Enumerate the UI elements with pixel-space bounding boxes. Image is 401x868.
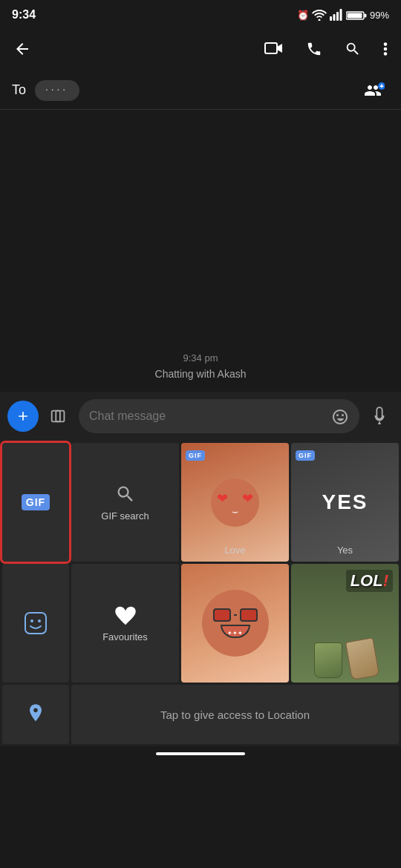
svg-rect-4 bbox=[339, 9, 342, 21]
video-call-button[interactable] bbox=[260, 36, 288, 62]
emoji-button[interactable] bbox=[331, 407, 349, 426]
cup1 bbox=[314, 642, 342, 678]
sunglasses bbox=[213, 608, 258, 622]
add-contact-button[interactable] bbox=[359, 77, 389, 104]
love-gif-badge: GIF bbox=[186, 447, 205, 461]
to-recipient[interactable]: · · · · bbox=[35, 80, 79, 101]
signal-icon bbox=[330, 9, 343, 22]
location-row: Tap to give access to Location bbox=[0, 685, 401, 746]
yes-gif-preview: GIF YES bbox=[291, 443, 399, 562]
svg-point-9 bbox=[384, 42, 388, 46]
gif-tab[interactable]: GIF bbox=[2, 443, 69, 562]
lol-badge: LOL! bbox=[346, 570, 393, 592]
sticker-icon bbox=[24, 611, 48, 635]
location-text: Tap to give access to Location bbox=[160, 708, 310, 721]
yes-label: Yes bbox=[337, 545, 353, 556]
face-gif-preview: ✦✦✦ bbox=[181, 564, 289, 683]
status-bar: 9:34 ⏰ 99% bbox=[0, 0, 401, 27]
svg-rect-7 bbox=[364, 13, 366, 17]
mic-button[interactable] bbox=[365, 402, 394, 430]
lol-text: LOL bbox=[351, 571, 383, 590]
gif-search-label: GIF search bbox=[101, 510, 149, 522]
chat-area: 9:34 pm Chatting with Akash bbox=[0, 110, 401, 392]
yes-gif-badge: GIF bbox=[296, 447, 315, 461]
message-bar bbox=[0, 392, 401, 441]
gif-sidebar: GIF bbox=[2, 443, 69, 683]
cups-area bbox=[291, 640, 399, 683]
attachment-button[interactable] bbox=[45, 402, 73, 430]
gif-search-cell[interactable]: GIF search bbox=[71, 443, 179, 562]
face-preview: ✦✦✦ bbox=[202, 590, 269, 657]
lol-exclaim: ! bbox=[383, 571, 388, 590]
location-icon bbox=[25, 703, 46, 726]
svg-rect-3 bbox=[336, 12, 339, 21]
svg-rect-8 bbox=[265, 43, 277, 53]
gif-lol-cell[interactable]: LOL! bbox=[291, 564, 399, 683]
to-field: To · · · · bbox=[0, 71, 401, 110]
to-label: To bbox=[12, 82, 26, 98]
gif-panel: GIF GIF search bbox=[0, 441, 401, 746]
bottom-indicator bbox=[156, 752, 245, 755]
svg-rect-2 bbox=[333, 14, 335, 21]
svg-rect-6 bbox=[347, 13, 362, 18]
svg-point-19 bbox=[30, 619, 33, 622]
message-input[interactable] bbox=[89, 410, 327, 423]
lol-gif-preview: LOL! bbox=[291, 564, 399, 683]
action-bar bbox=[0, 27, 401, 71]
love-face: ❤ ❤ ⌣ bbox=[211, 479, 259, 527]
gif-love-cell[interactable]: ❤ ❤ ⌣ GIF Love bbox=[181, 443, 289, 562]
search-icon bbox=[115, 484, 136, 504]
svg-point-11 bbox=[384, 52, 388, 56]
message-input-wrap bbox=[79, 399, 359, 433]
battery-percent: 99% bbox=[370, 10, 389, 21]
wifi-icon bbox=[312, 9, 327, 22]
love-gif-preview: ❤ ❤ ⌣ GIF bbox=[181, 443, 289, 562]
bottom-nav bbox=[0, 746, 401, 761]
yes-text: YES bbox=[322, 490, 368, 514]
chat-timestamp: 9:34 pm bbox=[183, 352, 218, 364]
svg-point-10 bbox=[384, 47, 388, 51]
gif-grid: GIF GIF search bbox=[0, 441, 401, 685]
battery-icon bbox=[346, 9, 367, 21]
gif-yes-cell[interactable]: GIF YES Yes bbox=[291, 443, 399, 562]
sticker-tab[interactable] bbox=[2, 564, 69, 683]
to-left: To · · · · bbox=[12, 80, 79, 101]
recipient-value: · · · · bbox=[45, 83, 65, 95]
svg-point-20 bbox=[38, 619, 41, 622]
gif-face-cell[interactable]: ✦✦✦ bbox=[181, 564, 289, 683]
love-label: Love bbox=[224, 545, 245, 556]
gif-badge-yes: GIF bbox=[296, 450, 315, 461]
phone-button[interactable] bbox=[301, 36, 327, 62]
add-button[interactable] bbox=[7, 401, 39, 432]
alarm-icon: ⏰ bbox=[297, 10, 309, 21]
cup2 bbox=[345, 637, 379, 680]
more-button[interactable] bbox=[379, 36, 392, 62]
svg-rect-18 bbox=[25, 613, 46, 634]
face-circle: ✦✦✦ bbox=[202, 590, 269, 657]
gif-icon: GIF bbox=[22, 494, 50, 510]
svg-point-0 bbox=[318, 19, 320, 22]
gif-badge-love: GIF bbox=[186, 450, 205, 461]
chat-info: Chatting with Akash bbox=[155, 368, 247, 380]
favourites-label: Favourites bbox=[102, 631, 148, 642]
heart-icon bbox=[114, 605, 137, 625]
status-time: 9:34 bbox=[12, 8, 36, 22]
gif-favourites-cell[interactable]: Favourites bbox=[71, 564, 179, 683]
location-cell[interactable]: Tap to give access to Location bbox=[71, 685, 399, 744]
action-bar-left bbox=[9, 36, 36, 62]
svg-rect-15 bbox=[381, 84, 382, 88]
svg-rect-1 bbox=[330, 16, 332, 21]
status-icons: ⏰ 99% bbox=[297, 9, 389, 22]
search-button[interactable] bbox=[340, 36, 365, 62]
location-sidebar-item[interactable] bbox=[2, 685, 69, 744]
action-bar-right bbox=[260, 36, 392, 62]
back-button[interactable] bbox=[9, 36, 36, 62]
